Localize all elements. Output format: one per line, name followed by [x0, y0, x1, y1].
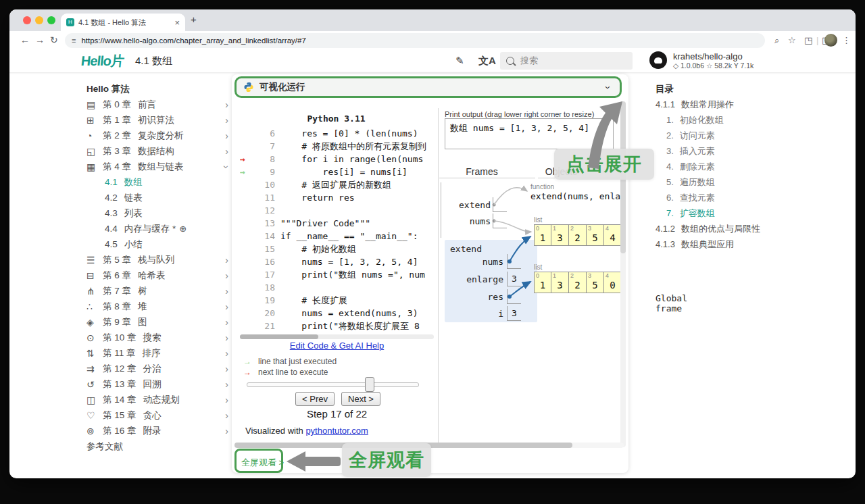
list-type-label: list: [534, 263, 628, 271]
sidebar-item[interactable]: ⊞第 1 章初识算法›: [86, 112, 230, 128]
cell-value: 0: [604, 280, 621, 291]
sidebar-item-4.4[interactable]: 4.4内存与缓存 *⊕: [86, 221, 230, 236]
new-tab-button[interactable]: +: [191, 14, 197, 25]
profile-avatar[interactable]: [824, 34, 837, 47]
toc-item[interactable]: 2.访问元素: [656, 128, 797, 143]
search-input[interactable]: 搜索: [500, 52, 633, 70]
sidebar-item[interactable]: ◫第 14 章动态规划›: [86, 392, 230, 407]
browser-tab[interactable]: H 4.1 数组 - Hello 算法 ×: [61, 14, 185, 31]
toc-item-label: 访问元素: [680, 130, 715, 142]
sidebar-item[interactable]: ◱第 3 章数据结构›: [86, 143, 230, 159]
code-horizontal-scrollbar[interactable]: [240, 334, 434, 339]
sidebar-item[interactable]: ⇉第 12 章分治›: [86, 361, 230, 376]
reload-icon[interactable]: ↻: [50, 34, 58, 45]
sidebar-item[interactable]: ⋔第 7 章树›: [86, 283, 230, 299]
hash-table-icon: ⊟: [86, 270, 103, 281]
sidebar-item[interactable]: ☰第 5 章栈与队列›: [86, 252, 230, 268]
expand-arrow-icon: [578, 99, 631, 174]
legend-next-line: → next line to execute: [243, 368, 328, 377]
array-linkedlist-icon: ▦: [86, 161, 103, 172]
cell-index: 2: [570, 225, 574, 232]
zoom-icon[interactable]: ⌕: [774, 35, 779, 46]
item-label: 栈与队列: [138, 254, 174, 266]
sidebar-item-4.2[interactable]: 4.2链表: [86, 190, 230, 205]
list-cell: 44: [604, 224, 622, 246]
item-chapter: 第 0 章: [103, 99, 131, 111]
toc-item-number: 4.1.1: [656, 99, 675, 109]
address-field[interactable]: ≡ https://www.hello-algo.com/chapter_arr…: [65, 33, 765, 48]
code-line: →8 for i in range(len(nums: [240, 153, 434, 166]
toc-title-label: 目录: [656, 83, 674, 95]
toc-title: 目录: [656, 81, 797, 97]
sidebar-item[interactable]: ♡第 15 章贪心›: [86, 407, 230, 423]
next-line-arrow-icon: →: [240, 154, 255, 164]
toc-item-label: 数组常用操作: [681, 99, 734, 111]
sidebar-item[interactable]: ⊟第 6 章哈希表›: [86, 268, 230, 283]
sidebar-item[interactable]: ∴第 8 章堆›: [86, 299, 230, 314]
sidebar-item[interactable]: ⊙第 10 章搜索›: [86, 330, 230, 345]
edit-code-link[interactable]: Edit Code & Get AI Help: [240, 341, 434, 351]
code-line: →9 res[i] = nums[i]: [240, 166, 434, 178]
item-label: 前言: [138, 99, 156, 111]
code-line: 14if __name__ == "__main__":: [240, 230, 434, 243]
toc-item-number: 6.: [666, 193, 674, 203]
toc-item[interactable]: 6.查找元素: [656, 190, 797, 205]
code-line: 7 # 将原数组中的所有元素复制到: [240, 140, 434, 153]
sidebar-item-references[interactable]: 参考文献: [86, 438, 230, 454]
code-text: """Driver Code""": [280, 218, 370, 228]
sidebar-item[interactable]: ↺第 13 章回溯›: [86, 376, 230, 392]
toc-item[interactable]: 1.初始化数组: [656, 112, 797, 128]
sidebar-item[interactable]: ◔第 2 章复杂度分析›: [86, 128, 230, 143]
extend-var-enlarge: enlarge3: [446, 272, 521, 286]
item-chapter: 第 7 章: [103, 285, 131, 297]
step-slider-track[interactable]: [247, 382, 419, 387]
sidebar-item-4.5[interactable]: 4.5小结: [86, 236, 230, 252]
global-var-extend: extend: [446, 197, 507, 212]
sidebar-item-4.3[interactable]: 4.3列表: [86, 205, 230, 221]
pythontutor-link[interactable]: pythontutor.com: [305, 426, 368, 436]
panel-title: 可视化运行: [260, 81, 305, 93]
step-slider-thumb[interactable]: [365, 377, 374, 392]
site-info-icon[interactable]: ≡: [72, 36, 76, 45]
minimize-window-button[interactable]: [35, 16, 43, 24]
sidebar-item[interactable]: ⊚第 16 章附录›: [86, 423, 230, 438]
translate-icon[interactable]: 文A: [478, 55, 496, 68]
toc-item[interactable]: 7.扩容数组: [656, 205, 797, 221]
visual-run-panel-header[interactable]: 可视化运行 ›: [234, 76, 622, 98]
sidebar-item-4.1[interactable]: 4.1数组: [86, 174, 230, 190]
sidebar-item[interactable]: ▤第 0 章前言›: [86, 97, 230, 112]
sidebar-item[interactable]: ⇅第 11 章排序›: [86, 345, 230, 361]
toc-item[interactable]: 4.1.1数组常用操作: [656, 97, 797, 112]
chevron-right-icon: ›: [225, 146, 228, 157]
item-chapter: 第 15 章: [103, 409, 137, 422]
hello-algo-logo[interactable]: Hello片: [80, 52, 125, 70]
sidebar-title[interactable]: Hello 算法: [86, 81, 230, 97]
forward-icon[interactable]: →: [35, 34, 45, 45]
toc-item[interactable]: 5.遍历数组: [656, 174, 797, 190]
tab-close-icon[interactable]: ×: [174, 18, 180, 28]
theme-toggle-icon[interactable]: ✎: [455, 55, 464, 67]
bookmark-star-icon[interactable]: ☆: [788, 35, 796, 45]
item-label: 分治: [143, 363, 162, 375]
line-number: 19: [255, 295, 280, 305]
sidebar-item[interactable]: ◈第 9 章图›: [86, 314, 230, 330]
list-object-2: list0113223540: [534, 263, 628, 293]
toc-item[interactable]: 4.1.3数组典型应用: [656, 236, 797, 252]
toc-item[interactable]: 3.插入元素: [656, 143, 797, 159]
browser-menu-icon[interactable]: ⋮: [842, 35, 851, 45]
var-ref-cell: [493, 197, 507, 212]
url-text: https://www.hello-algo.com/chapter_array…: [81, 36, 305, 45]
toc-item[interactable]: 4.1.2数组的优点与局限性: [656, 221, 797, 236]
sidebar-item[interactable]: ▦第 4 章数组与链表›: [86, 159, 230, 174]
var-name: enlarge: [446, 274, 503, 284]
close-window-button[interactable]: [23, 16, 31, 24]
next-button[interactable]: Next >: [341, 392, 380, 406]
search-chapter-icon: ⊙: [86, 332, 103, 343]
back-icon[interactable]: ←: [20, 34, 30, 45]
toc-item[interactable]: 4.删除元素: [656, 159, 797, 174]
maximize-window-button[interactable]: [47, 16, 55, 24]
github-repo-link[interactable]: krahets/hello-algo ◇ 1.0.0b6 ☆ 58.2k Y 7…: [649, 51, 753, 70]
prev-button[interactable]: < Prev: [295, 392, 335, 406]
extensions-icon[interactable]: ◳: [804, 35, 812, 45]
data-structure-icon: ◱: [86, 146, 103, 157]
